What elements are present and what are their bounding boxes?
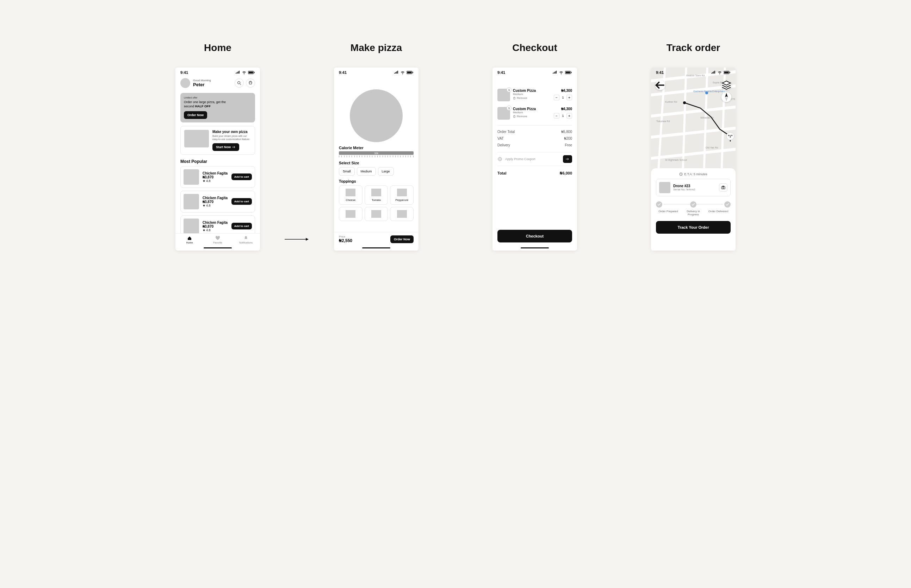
topping-cheese[interactable]: Cheese	[339, 186, 363, 205]
price-label: Price	[339, 235, 352, 238]
screen-checkout: 9:41 1 Custom Pizza Medium Remove	[493, 68, 577, 250]
add-to-cart-button[interactable]: Add to cart	[232, 173, 252, 180]
svg-point-32	[726, 132, 734, 140]
qty-minus-button[interactable]: −	[554, 95, 559, 100]
size-small-button[interactable]: Small	[339, 167, 355, 176]
svg-line-4	[240, 84, 241, 85]
qty-plus-button[interactable]: +	[566, 113, 572, 119]
topping-item[interactable]	[339, 207, 363, 221]
remove-button[interactable]: Remove	[513, 115, 551, 118]
status-indicators	[394, 71, 413, 74]
back-button[interactable]	[493, 76, 503, 83]
qty-minus-button[interactable]: −	[554, 113, 559, 119]
step-label: Delivery in Progress	[681, 210, 706, 216]
cart-icon[interactable]	[246, 79, 255, 87]
item-rating: ★ 4.8	[203, 204, 228, 207]
camera-button[interactable]	[719, 183, 728, 192]
svg-rect-7	[407, 72, 412, 74]
search-icon[interactable]	[235, 79, 244, 87]
add-to-cart-button[interactable]: Add to cart	[232, 223, 252, 229]
layers-icon[interactable]	[721, 80, 731, 90]
svg-rect-18	[724, 72, 729, 74]
vat-label: VAT	[498, 137, 504, 141]
svg-text:Old Yak Rd: Old Yak Rd	[706, 146, 718, 149]
progress-steps	[656, 201, 731, 208]
topping-pepperoni[interactable]: Pepperoni	[390, 186, 413, 205]
eta-label: E.T.A: 5 minutes	[656, 173, 731, 176]
qty-value: 1	[561, 96, 565, 99]
status-bar: 9:41	[334, 68, 418, 76]
cart-item: 1 Custom Pizza Medium Remove ₦4,300 − 1 …	[498, 104, 572, 123]
topping-image	[371, 210, 381, 218]
list-item: Chicken Fagita ₦3,870 ★ 4.8 Add to cart	[180, 166, 255, 188]
item-thumb	[183, 194, 199, 209]
total-value: ₦6,000	[560, 171, 572, 176]
svg-rect-12	[571, 72, 572, 73]
track-order-button[interactable]: Track Your Order	[656, 221, 731, 234]
status-time: 9:41	[498, 70, 505, 74]
svg-point-36	[723, 187, 724, 189]
checkout-button[interactable]: Checkout	[498, 230, 572, 242]
remove-button[interactable]: Remove	[513, 97, 551, 100]
nav-home[interactable]: Home	[175, 234, 204, 246]
qty-plus-button[interactable]: +	[566, 95, 572, 100]
item-price: ₦3,870	[203, 175, 228, 179]
cart-item-sub: Medium	[513, 92, 551, 96]
promo-cta-button[interactable]: Order Now	[184, 111, 207, 119]
promo-input[interactable]: Apply Promo Coupon	[505, 157, 560, 161]
avatar[interactable]	[180, 78, 190, 88]
status-bar: 9:41	[651, 68, 736, 76]
topping-item[interactable]	[365, 207, 388, 221]
pizza-preview	[350, 89, 403, 142]
cart-item-name: Custom Pizza	[513, 107, 551, 111]
size-medium-button[interactable]: Medium	[357, 167, 376, 176]
cart-thumb: 1	[498, 89, 510, 101]
item-thumb	[183, 169, 199, 185]
start-now-button[interactable]: Start Now	[212, 143, 239, 151]
cart-item-price: ₦4,300	[554, 107, 572, 111]
topping-image	[371, 189, 381, 196]
back-button[interactable]	[334, 76, 344, 83]
svg-point-15	[500, 159, 501, 160]
size-large-button[interactable]: Large	[378, 167, 394, 176]
calorie-ticks	[339, 155, 413, 157]
item-rating: ★ 4.8	[203, 228, 228, 232]
topping-tomato[interactable]: Tomato	[365, 186, 388, 205]
cart-item-name: Custom Pizza	[513, 89, 551, 92]
promo-apply-button[interactable]	[563, 155, 572, 163]
list-item: Chicken Fagita ₦3,870 ★ 4.8 Add to cart	[180, 191, 255, 213]
compass-icon[interactable]	[721, 92, 731, 102]
back-button[interactable]	[655, 80, 665, 90]
make-pizza-image	[184, 130, 209, 147]
svg-point-14	[499, 158, 499, 159]
topping-image	[397, 210, 407, 218]
topping-image	[345, 210, 355, 218]
map[interactable]: Ibrahim Town Rd Supra Rd Gochens Nigeria…	[651, 68, 736, 173]
status-time: 9:41	[339, 70, 347, 74]
promo-text: Order one large pizza, get the second HA…	[184, 100, 251, 108]
drone-serial: Serial No: fe4rm2	[673, 188, 716, 191]
cart-item-price: ₦4,300	[554, 89, 572, 92]
arrow-right-icon	[232, 146, 236, 149]
nav-notifications[interactable]: Notifications	[232, 234, 260, 246]
home-indicator	[362, 247, 390, 249]
home-indicator	[204, 247, 232, 249]
svg-text:St Highmark School: St Highmark School	[665, 159, 687, 162]
add-to-cart-button[interactable]: Add to cart	[232, 198, 252, 205]
calorie-label: Calorie Meter	[339, 146, 413, 150]
topping-item[interactable]	[390, 207, 413, 221]
nav-favorite[interactable]: Favorite	[204, 234, 232, 246]
make-pizza-card: Make your own pizza Build your dream piz…	[180, 126, 255, 155]
bell-icon	[243, 236, 248, 241]
order-now-button[interactable]: Order Now	[390, 236, 413, 243]
price-value: ₦2,550	[339, 238, 352, 243]
make-pizza-desc: Build your dream pizza with our easy-to-…	[212, 134, 251, 141]
make-pizza-title: Make your own pizza	[212, 130, 251, 134]
title-make-pizza: Make pizza	[334, 42, 418, 53]
title-home: Home	[175, 42, 260, 53]
topping-image	[397, 189, 407, 196]
calorie-meter: 104	[339, 151, 413, 155]
status-indicators	[553, 71, 572, 74]
trash-icon	[513, 115, 516, 118]
promo-icon	[498, 157, 503, 162]
